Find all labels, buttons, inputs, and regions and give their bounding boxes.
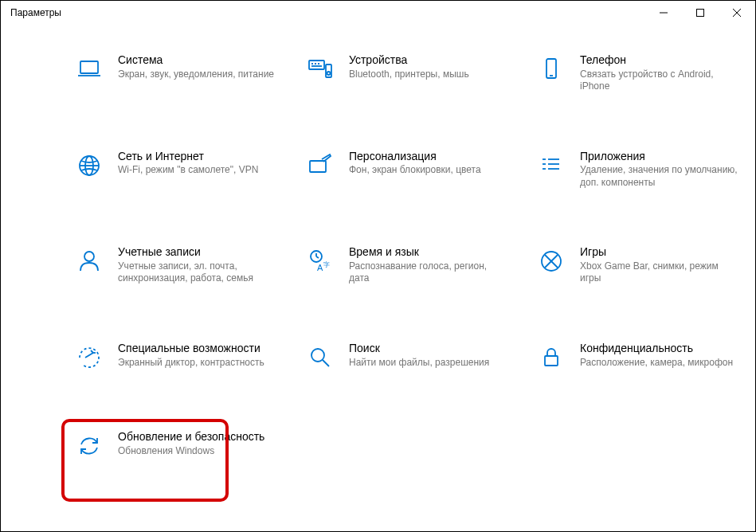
tile-title: Специальные возможности <box>118 342 264 356</box>
tile-desc: Экранный диктор, контрастность <box>118 357 264 370</box>
tile-devices[interactable]: Устройства Bluetooth, принтеры, мышь <box>300 47 523 100</box>
tile-title: Приложения <box>580 150 739 164</box>
tile-desc: Фон, экран блокировки, цвета <box>349 164 481 177</box>
tile-title: Телефон <box>580 53 739 68</box>
window-controls <box>645 1 755 25</box>
list-icon <box>535 150 567 182</box>
tile-desc: Удаление, значения по умолчанию, доп. ко… <box>580 164 739 189</box>
tile-desc: Bluetooth, принтеры, мышь <box>349 68 469 81</box>
tile-personalization[interactable]: Персонализация Фон, экран блокировки, цв… <box>300 143 523 196</box>
tile-desc: Wi-Fi, режим "в самолете", VPN <box>118 164 258 177</box>
svg-line-33 <box>323 360 329 366</box>
tile-title: Устройства <box>349 53 469 68</box>
svg-text:字: 字 <box>323 261 330 268</box>
globe-icon <box>73 150 105 182</box>
titlebar: Параметры <box>1 1 755 25</box>
settings-home: Система Экран, звук, уведомления, питани… <box>1 25 755 476</box>
svg-rect-6 <box>309 61 324 69</box>
svg-point-12 <box>327 72 331 75</box>
tile-search[interactable]: Поиск Найти мои файлы, разрешения <box>300 335 523 380</box>
tile-gaming[interactable]: Игры Xbox Game Bar, снимки, режим игры <box>531 239 754 291</box>
tile-network[interactable]: Сеть и Интернет Wi-Fi, режим "в самолете… <box>69 143 292 196</box>
highlight-box <box>61 419 229 502</box>
svg-text:A: A <box>317 263 323 272</box>
tile-title: Конфиденциальность <box>580 342 733 356</box>
tile-desc: Экран, звук, уведомления, питание <box>118 68 274 81</box>
window-title: Параметры <box>1 7 61 18</box>
tile-title: Игры <box>580 245 739 260</box>
keyboard-speaker-icon <box>304 53 336 85</box>
tile-desc: Связать устройство с Android, iPhone <box>580 68 739 93</box>
xbox-icon <box>535 245 567 277</box>
accessibility-icon <box>73 342 105 374</box>
maximize-button[interactable] <box>682 1 719 25</box>
svg-point-32 <box>311 349 324 362</box>
laptop-icon <box>73 53 105 85</box>
person-icon <box>73 245 105 277</box>
tile-system[interactable]: Система Экран, звук, уведомления, питани… <box>69 47 292 100</box>
svg-rect-4 <box>80 61 98 73</box>
tile-desc: Распознавание голоса, регион, дата <box>349 260 508 285</box>
tile-title: Поиск <box>349 342 489 356</box>
tile-title: Персонализация <box>349 150 481 164</box>
svg-rect-1 <box>697 10 704 17</box>
tile-desc: Учетные записи, эл. почта, синхронизация… <box>118 260 277 285</box>
lock-icon <box>535 342 567 374</box>
tile-privacy[interactable]: Конфиденциальность Расположение, камера,… <box>531 335 754 380</box>
tile-accounts[interactable]: Учетные записи Учетные записи, эл. почта… <box>69 239 292 291</box>
tile-time-language[interactable]: A 字 Время и язык Распознавание голоса, р… <box>300 239 523 291</box>
close-button[interactable] <box>719 1 755 25</box>
tile-desc: Расположение, камера, микрофон <box>580 357 733 370</box>
tile-accessibility[interactable]: Специальные возможности Экранный диктор,… <box>69 335 292 380</box>
tile-title: Время и язык <box>349 245 508 260</box>
minimize-button[interactable] <box>645 1 682 25</box>
tile-title: Система <box>118 53 274 68</box>
tile-desc: Найти мои файлы, разрешения <box>349 357 489 370</box>
categories-grid: Система Экран, звук, уведомления, питани… <box>69 47 747 468</box>
svg-rect-34 <box>545 356 558 366</box>
tile-phone[interactable]: Телефон Связать устройство с Android, iP… <box>531 47 754 100</box>
svg-rect-18 <box>310 161 326 172</box>
paintbrush-icon <box>304 150 336 182</box>
phone-icon <box>535 53 567 85</box>
tile-desc: Xbox Game Bar, снимки, режим игры <box>580 260 739 285</box>
time-language-icon: A 字 <box>304 245 336 277</box>
tile-title: Учетные записи <box>118 245 277 260</box>
search-icon <box>304 342 336 374</box>
tile-title: Сеть и Интернет <box>118 150 258 164</box>
svg-point-25 <box>84 252 94 261</box>
svg-line-28 <box>316 256 319 258</box>
tile-apps[interactable]: Приложения Удаление, значения по умолчан… <box>531 143 754 196</box>
